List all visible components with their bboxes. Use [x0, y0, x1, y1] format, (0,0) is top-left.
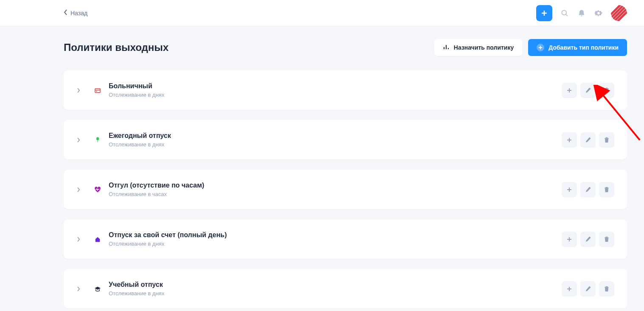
gear-icon[interactable]: [594, 8, 603, 18]
assign-policy-button[interactable]: Назначить политику: [434, 39, 522, 56]
policy-title: Учебный отпуск: [109, 281, 562, 289]
policy-title: Отгул (отсутствие по часам): [109, 182, 562, 189]
add-sub-button[interactable]: [562, 83, 577, 98]
policy-body: БольничныйОтслеживание в днях: [109, 82, 562, 98]
policy-body: Отгул (отсутствие по часам)Отслеживание …: [109, 182, 562, 197]
delete-button[interactable]: [599, 132, 614, 148]
delete-button[interactable]: [599, 182, 614, 197]
balloon-icon: [93, 136, 102, 144]
expand-toggle[interactable]: [76, 286, 83, 292]
avatar[interactable]: [611, 5, 627, 21]
expand-toggle[interactable]: [76, 186, 83, 193]
add-sub-button[interactable]: [562, 281, 577, 297]
policy-actions: [562, 182, 614, 197]
edit-button[interactable]: [580, 182, 596, 197]
expand-toggle[interactable]: [76, 236, 83, 243]
calendar-icon: [93, 86, 102, 95]
policy-list: БольничныйОтслеживание в дняхЕжегодный о…: [64, 70, 627, 308]
back-button[interactable]: Назад: [64, 9, 87, 17]
policy-card: Отпуск за свой счет (полный день)Отслежи…: [64, 219, 627, 259]
policy-card: Учебный отпускОтслеживание в днях: [64, 269, 627, 308]
heartbeat-icon: [93, 185, 102, 194]
add-sub-button[interactable]: [562, 182, 577, 197]
policy-subtitle: Отслеживание в днях: [109, 290, 562, 297]
policy-subtitle: Отслеживание в днях: [109, 241, 562, 247]
svg-point-11: [96, 137, 99, 140]
edit-button[interactable]: [580, 281, 596, 297]
plus-circle-icon: [537, 44, 544, 51]
policy-subtitle: Отслеживание в днях: [109, 92, 562, 98]
edit-button[interactable]: [580, 132, 596, 148]
delete-button[interactable]: [599, 281, 614, 297]
header-actions: Назначить политику Добавить тип политики: [434, 39, 627, 56]
policy-body: Учебный отпускОтслеживание в днях: [109, 281, 562, 297]
grad-cap-icon: [93, 285, 102, 293]
policy-title: Больничный: [109, 82, 562, 90]
add-policy-type-button[interactable]: Добавить тип политики: [528, 39, 627, 56]
policy-body: Отпуск за свой счет (полный день)Отслежи…: [109, 231, 562, 247]
policy-actions: [562, 83, 614, 98]
policy-card: Отгул (отсутствие по часам)Отслеживание …: [64, 170, 627, 209]
search-icon[interactable]: [560, 8, 569, 18]
expand-toggle[interactable]: [76, 137, 83, 143]
assign-policy-label: Назначить политику: [454, 44, 514, 51]
topbar-actions: [536, 5, 627, 21]
policy-actions: [562, 232, 614, 247]
svg-point-0: [562, 10, 566, 15]
expand-toggle[interactable]: [76, 87, 83, 94]
policy-subtitle: Отслеживание в часах: [109, 191, 562, 197]
policy-actions: [562, 132, 614, 148]
page: Политики выходных Назначить политику Доб…: [0, 26, 644, 308]
add-policy-type-label: Добавить тип политики: [548, 44, 619, 51]
edit-button[interactable]: [580, 83, 596, 98]
topbar: Назад: [0, 0, 644, 26]
policy-body: Ежегодный отпускОтслеживание в днях: [109, 132, 562, 148]
bar-chart-icon: [443, 44, 450, 52]
svg-rect-10: [96, 90, 97, 91]
policy-subtitle: Отслеживание в днях: [109, 141, 562, 148]
back-label: Назад: [70, 10, 87, 17]
chevron-left-icon: [64, 9, 68, 17]
svg-rect-8: [95, 88, 100, 92]
add-sub-button[interactable]: [562, 232, 577, 247]
policy-title: Отпуск за свой счет (полный день): [109, 231, 562, 239]
delete-button[interactable]: [599, 83, 614, 98]
page-title: Политики выходных: [64, 42, 169, 53]
policy-card: БольничныйОтслеживание в днях: [64, 70, 627, 110]
policy-actions: [562, 281, 614, 297]
bell-icon[interactable]: [577, 8, 586, 18]
house-icon: [93, 235, 102, 244]
edit-button[interactable]: [580, 232, 596, 247]
policy-card: Ежегодный отпускОтслеживание в днях: [64, 120, 627, 160]
policy-title: Ежегодный отпуск: [109, 132, 562, 140]
delete-button[interactable]: [599, 232, 614, 247]
create-button[interactable]: [536, 5, 552, 21]
page-header: Политики выходных Назначить политику Доб…: [64, 39, 627, 56]
add-sub-button[interactable]: [562, 132, 577, 148]
